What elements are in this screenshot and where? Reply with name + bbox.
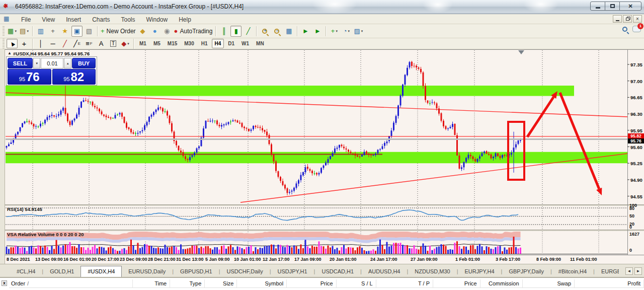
vertical-line-button[interactable]: │ — [35, 39, 46, 48]
timeframe-D1[interactable]: D1 — [225, 39, 237, 48]
autotrading-button[interactable]: ●AutoTrading — [174, 26, 213, 37]
text-button[interactable]: A — [96, 39, 107, 48]
chart-shift-button[interactable]: ► — [312, 26, 323, 37]
timeframe-M5[interactable]: M5 — [150, 39, 164, 48]
equidistant-channel-button[interactable]: ╱E — [71, 39, 83, 48]
mql5-community-button[interactable]: ● — [149, 26, 160, 37]
tab-USDCADH1[interactable]: USDCAD,H1 — [315, 266, 360, 277]
new-chart-button[interactable]: ▦▾ — [7, 26, 18, 37]
terminal-column-order[interactable]: Order/ — [9, 279, 133, 287]
terminal-column-profit[interactable]: Profit — [575, 279, 644, 287]
pane-splitter[interactable] — [5, 230, 644, 231]
chart-close-button[interactable]: × — [633, 15, 642, 23]
close-button[interactable]: ✕ — [619, 2, 641, 11]
terminal-column-sl[interactable]: S / L — [337, 279, 376, 287]
tab-AUDUSDH4[interactable]: AUDUSD,H4 — [362, 266, 407, 277]
terminal-column-price[interactable]: Price — [433, 279, 480, 287]
market-button[interactable]: ◉ — [162, 26, 173, 37]
lot-decrease-button[interactable]: ▼ — [33, 58, 41, 68]
lot-increase-button[interactable]: ▲ — [64, 58, 71, 68]
tab-scroll-left-icon[interactable]: ◄ — [625, 267, 633, 275]
menu-window[interactable]: Window — [141, 15, 174, 24]
sell-button[interactable]: SELL — [8, 58, 33, 68]
terminal-column-swap[interactable]: Swap — [523, 279, 575, 287]
terminal-column-time[interactable]: Time — [133, 279, 170, 287]
tab-GOLDH1[interactable]: GOLD,H1 — [43, 266, 80, 277]
navigator-button[interactable]: ★ — [59, 26, 70, 37]
search-icon[interactable] — [622, 27, 627, 32]
mt4-logo-icon: ++ — [3, 3, 12, 11]
market-watch-button[interactable]: ▥ — [35, 26, 46, 37]
horizontal-line-button[interactable]: ─ — [47, 39, 58, 48]
trendline-button[interactable]: ╱ — [59, 39, 70, 48]
tab-NZDUSDM30[interactable]: NZDUSD,M30 — [408, 266, 456, 277]
timeframe-H1[interactable]: H1 — [198, 39, 211, 48]
chart-line-button[interactable]: ╱ — [243, 26, 254, 37]
timeframe-H4[interactable]: H4 — [212, 39, 224, 48]
menu-insert[interactable]: Insert — [60, 15, 87, 24]
text-label-button[interactable]: T — [108, 39, 119, 48]
arrows-button[interactable]: ◆▾ — [120, 39, 131, 48]
sell-price-display[interactable]: 95 76 — [8, 69, 51, 85]
tab-EURUSDDaily[interactable]: EURUSD,Daily — [122, 266, 172, 277]
maximize-button[interactable] — [605, 2, 620, 11]
buy-price-display[interactable]: 95 82 — [52, 69, 96, 85]
chart-restore-button[interactable] — [623, 15, 632, 23]
templates-button[interactable]: ▨▾ — [353, 26, 364, 37]
tab-GBPUSDH1[interactable]: GBPUSD,H1 — [174, 266, 219, 277]
zoom-in-button[interactable]: + — [259, 26, 270, 37]
tab-BitcoinH4[interactable]: #Bitcoin,H4 — [552, 266, 593, 277]
menu-view[interactable]: View — [36, 15, 60, 24]
terminal-column-size[interactable]: Size — [205, 279, 237, 287]
terminal-column-symbol[interactable]: Symbol — [237, 279, 287, 287]
cursor-button[interactable]: ▲ — [7, 39, 18, 48]
terminal-column-commission[interactable]: Commission — [480, 279, 523, 287]
tab-EURGBPH1[interactable]: EURGBP,H1 — [595, 266, 619, 277]
menu-help[interactable]: Help — [173, 15, 197, 24]
tab-USDCHFDaily[interactable]: USDCHF,Daily — [220, 266, 270, 277]
news-bubble-icon[interactable]: 1 — [632, 26, 641, 32]
new-order-button[interactable]: +New Order — [100, 26, 136, 37]
tab-EURJPYH4[interactable]: EURJPY,H4 — [458, 266, 501, 277]
menu-charts[interactable]: Charts — [87, 15, 115, 24]
terminal-close-button[interactable]: x — [2, 280, 7, 286]
terminal-column-price[interactable]: Price — [287, 279, 337, 287]
tile-windows-button[interactable]: ▦ — [283, 26, 294, 37]
chart-candles-button[interactable]: ▮ — [230, 26, 242, 37]
timeframe-M1[interactable]: M1 — [136, 39, 149, 48]
timeframe-M30[interactable]: M30 — [181, 39, 197, 48]
pane-splitter[interactable] — [5, 204, 644, 206]
horizontal-line-icon: ─ — [50, 40, 55, 47]
menu-tools[interactable]: Tools — [116, 15, 141, 24]
tab-GBPJPYDaily[interactable]: GBPJPY,Daily — [502, 266, 550, 277]
menu-file[interactable]: File — [16, 15, 36, 24]
tab-USDJPYH1[interactable]: USDJPY,H1 — [271, 266, 314, 277]
chart-minimize-button[interactable] — [613, 15, 622, 23]
tab-scroll-right-icon[interactable]: ► — [634, 267, 642, 275]
title-bar[interactable]: ++ 64956882: InstaForex-1Demo.com - Demo… — [0, 0, 644, 14]
tab-USDXH4[interactable]: #USDX,H4 — [80, 266, 122, 277]
chart-bars-button[interactable]: ║ — [218, 26, 229, 37]
timeframe-MN[interactable]: MN — [253, 39, 267, 48]
crosshair-button[interactable]: + — [19, 39, 30, 48]
terminal-button[interactable]: ▣ — [71, 26, 83, 37]
tab-CLH4[interactable]: #CL,H4 — [10, 266, 42, 277]
timeframe-M15[interactable]: M15 — [165, 39, 180, 48]
timeframe-W1[interactable]: W1 — [238, 39, 252, 48]
buy-button[interactable]: BUY — [72, 58, 96, 68]
zoom-out-button[interactable]: − — [271, 26, 282, 37]
terminal-column-tp[interactable]: T / P — [376, 279, 433, 287]
data-window-button[interactable]: + — [47, 26, 58, 37]
terminal-column-type[interactable]: Type — [170, 279, 205, 287]
auto-scroll-button[interactable]: ► — [300, 26, 311, 37]
lot-size-input[interactable] — [41, 58, 63, 68]
collapse-arrow-icon[interactable]: ▲ — [8, 51, 12, 55]
fibonacci-button[interactable]: ≡F — [84, 39, 95, 48]
periods-button[interactable]: ◔▾ — [341, 26, 352, 37]
metaeditor-button[interactable]: ◆ — [137, 26, 148, 37]
chart-canvas[interactable] — [5, 49, 644, 255]
minimize-button[interactable] — [590, 2, 605, 11]
indicators-button[interactable]: +▾ — [329, 26, 340, 37]
strategy-tester-button[interactable]: ▧ — [84, 26, 95, 37]
profiles-button[interactable]: ▤▾ — [19, 26, 30, 37]
